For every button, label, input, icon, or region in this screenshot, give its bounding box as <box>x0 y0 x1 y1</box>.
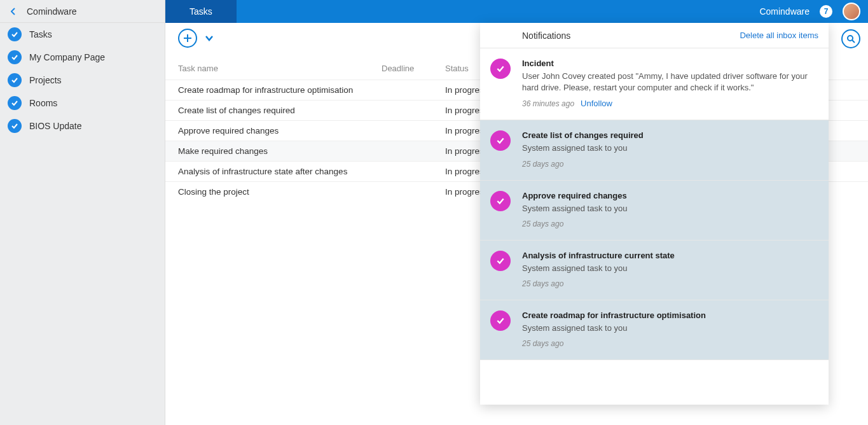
notification-badge[interactable]: 7 <box>820 5 832 18</box>
notification-title: Analysis of infrastructure current state <box>522 251 818 260</box>
notification-title: Incident <box>522 59 818 68</box>
check-icon <box>8 27 22 41</box>
notification-content: Create roadmap for infrastructure optimi… <box>522 310 818 348</box>
notification-content: Incident User John Covey created post "A… <box>522 59 818 108</box>
notification-time: 25 days ago <box>522 279 563 288</box>
avatar[interactable] <box>843 3 860 20</box>
delete-all-link[interactable]: Delete all inbox items <box>740 31 818 40</box>
check-icon <box>8 73 22 87</box>
notification-item[interactable]: Approve required changes System assigned… <box>480 181 829 240</box>
notification-title: Create roadmap for infrastructure optimi… <box>522 310 818 320</box>
check-icon <box>8 50 22 64</box>
header: Tasks Comindware 7 <box>165 0 868 23</box>
sidebar-item-label: BIOS Update <box>29 121 82 131</box>
cell-task-name: Analysis of infrastructure state after c… <box>178 167 382 176</box>
notification-footer: 25 days ago <box>522 279 818 288</box>
notification-item[interactable]: Analysis of infrastructure current state… <box>480 240 829 300</box>
check-icon <box>490 130 511 151</box>
notification-content: Analysis of infrastructure current state… <box>522 251 818 288</box>
notification-footer: 25 days ago <box>522 160 818 169</box>
notification-item[interactable]: Create roadmap for infrastructure optimi… <box>480 300 829 360</box>
tab-tasks[interactable]: Tasks <box>165 0 237 23</box>
notification-title: Create list of changes required <box>522 130 818 140</box>
check-icon <box>8 96 22 110</box>
notification-item[interactable]: Incident User John Covey created post "A… <box>480 48 829 120</box>
sidebar-item-label: Rooms <box>29 98 57 108</box>
notification-body: System assigned task to you <box>522 263 818 274</box>
notification-body: System assigned task to you <box>522 323 818 334</box>
back-icon[interactable] <box>8 8 19 15</box>
cell-deadline <box>382 126 445 136</box>
check-icon <box>490 310 511 331</box>
notification-content: Create list of changes required System a… <box>522 130 818 168</box>
sidebar: Comindware Tasks My Company Page Project… <box>0 0 165 425</box>
right-controls <box>833 23 868 48</box>
cell-task-name: Create list of changes required <box>178 106 382 115</box>
notification-footer: 25 days ago <box>522 219 818 228</box>
unfollow-link[interactable]: Unfollow <box>581 99 612 108</box>
cell-task-name: Make required changes <box>178 146 382 156</box>
notification-body: User John Covey created post "Ammy, I ha… <box>522 71 818 94</box>
sidebar-item-rooms[interactable]: Rooms <box>0 92 165 115</box>
cell-deadline <box>382 85 445 95</box>
cell-task-name: Create roadmap for infrastructure optimi… <box>178 85 382 95</box>
notification-content: Approve required changes System assigned… <box>522 191 818 228</box>
notification-footer: 25 days ago <box>522 339 818 348</box>
check-icon <box>8 119 22 133</box>
header-user-label[interactable]: Comindware <box>759 6 809 17</box>
notification-time: 36 minutes ago <box>522 99 574 108</box>
sidebar-item-tasks[interactable]: Tasks <box>0 23 165 46</box>
sidebar-item-label: My Company Page <box>29 52 105 62</box>
sidebar-header: Comindware <box>0 0 165 23</box>
notification-time: 25 days ago <box>522 160 563 169</box>
cell-task-name: Approve required changes <box>178 126 382 136</box>
check-icon <box>490 251 511 271</box>
notification-title: Approve required changes <box>522 191 818 200</box>
svg-point-0 <box>848 36 853 41</box>
sidebar-item-bios[interactable]: BIOS Update <box>0 115 165 137</box>
cell-deadline <box>382 146 445 156</box>
cell-deadline <box>382 106 445 115</box>
column-task-name[interactable]: Task name <box>178 64 382 73</box>
notifications-title: Notifications <box>522 31 570 41</box>
notification-footer: 36 minutes ago Unfollow <box>522 99 818 108</box>
notifications-header: Notifications Delete all inbox items <box>480 23 829 48</box>
cell-deadline <box>382 167 445 176</box>
sidebar-title: Comindware <box>27 6 77 17</box>
add-button[interactable] <box>178 29 197 48</box>
sidebar-item-projects[interactable]: Projects <box>0 69 165 92</box>
check-icon <box>490 191 511 211</box>
notification-item[interactable]: Create list of changes required System a… <box>480 120 829 180</box>
notification-body: System assigned task to you <box>522 143 818 154</box>
sidebar-item-company[interactable]: My Company Page <box>0 46 165 69</box>
notification-time: 25 days ago <box>522 219 563 228</box>
search-button[interactable] <box>841 29 860 48</box>
check-icon <box>490 59 511 79</box>
notifications-panel: Notifications Delete all inbox items Inc… <box>480 23 829 405</box>
column-deadline[interactable]: Deadline <box>382 64 445 73</box>
sidebar-item-label: Tasks <box>29 29 52 39</box>
chevron-down-icon[interactable] <box>205 32 214 44</box>
cell-task-name: Closing the project <box>178 187 382 197</box>
notification-body: System assigned task to you <box>522 203 818 214</box>
notification-time: 25 days ago <box>522 339 563 348</box>
sidebar-item-label: Projects <box>29 75 62 85</box>
notifications-body: Incident User John Covey created post "A… <box>480 48 829 405</box>
cell-deadline <box>382 187 445 197</box>
